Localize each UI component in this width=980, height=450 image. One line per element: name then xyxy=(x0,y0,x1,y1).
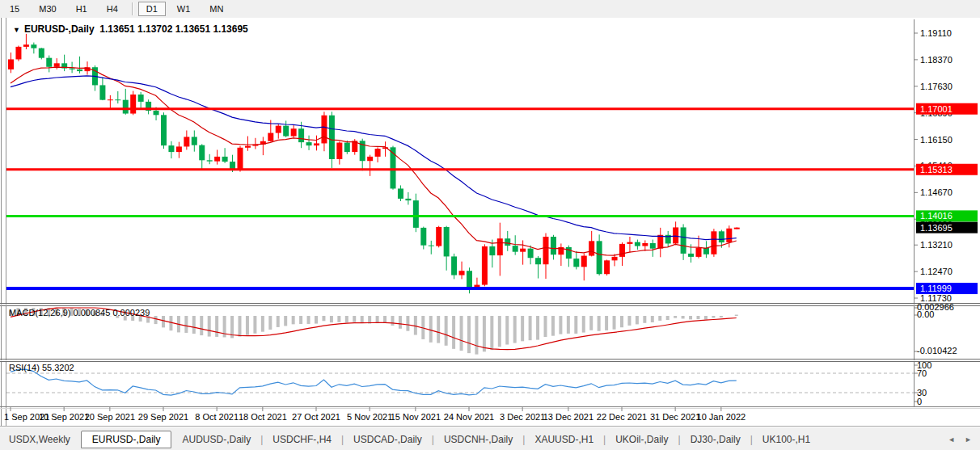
candle-body xyxy=(711,231,716,254)
price-badge-label: 1.17001 xyxy=(920,104,953,114)
candle-body xyxy=(642,243,648,246)
tab-ukoil-daily[interactable]: UKOil-,Daily xyxy=(606,431,677,448)
tab-scroll-controls: ◄► xyxy=(948,435,980,444)
candle-body xyxy=(497,238,503,255)
candle-body xyxy=(268,133,273,141)
timeframe-button-h1[interactable]: H1 xyxy=(68,2,95,16)
candle-body xyxy=(245,146,251,148)
candle-body xyxy=(222,157,228,162)
candle-body xyxy=(420,228,426,246)
tab-eurusd-daily[interactable]: EURUSD-,Daily xyxy=(81,431,172,448)
tab-uk100-h1[interactable]: UK100-,H1 xyxy=(754,431,819,448)
tab-xauusd-h1[interactable]: XAUUSD-,H1 xyxy=(526,431,602,448)
candle-body xyxy=(314,143,319,145)
candle-body xyxy=(543,237,549,264)
date-tick-label: 22 Dec 2021 xyxy=(597,412,647,422)
separator-macd-rsi[interactable] xyxy=(0,360,980,362)
candle-body xyxy=(573,259,579,267)
date-tick-label: 15 Nov 2021 xyxy=(391,412,441,422)
macd-tick-label: 0.00 xyxy=(917,309,934,319)
date-tick-label: 13 Dec 2021 xyxy=(543,412,593,422)
candle-body xyxy=(405,199,411,200)
chart-window: 1.191101.183701.176301.168901.161501.154… xyxy=(0,18,980,427)
candle-body xyxy=(673,227,678,243)
price-tick-label: 1.19110 xyxy=(920,28,952,38)
candle-body xyxy=(719,231,724,242)
date-tick-label: 31 Dec 2021 xyxy=(650,412,700,422)
separator-main-macd[interactable] xyxy=(0,304,980,306)
candle-body xyxy=(489,246,495,255)
candle-body xyxy=(329,116,335,159)
candle-body xyxy=(375,149,381,157)
candle-body xyxy=(513,246,518,252)
date-tick-label: 10 Sep 2021 xyxy=(39,412,89,422)
tab-usdx-weekly[interactable]: USDX,Weekly xyxy=(0,431,79,448)
candle-body xyxy=(367,157,373,161)
price-badge-label: 1.15313 xyxy=(920,165,953,175)
price-badge-label: 1.13695 xyxy=(920,223,953,233)
candle-body xyxy=(46,58,52,67)
timeframe-button-m30[interactable]: M30 xyxy=(31,2,64,16)
toolbar-separator xyxy=(132,2,133,15)
candle-body xyxy=(535,258,541,264)
candle-body xyxy=(291,128,297,136)
timeframe-button-d1[interactable]: D1 xyxy=(138,2,166,16)
tab-scroll-right-icon[interactable]: ► xyxy=(965,435,972,444)
candle-body xyxy=(70,69,75,69)
candle-body xyxy=(199,145,205,161)
chart-dropdown-arrow-icon[interactable]: ▼ xyxy=(13,26,20,34)
price-chart-canvas[interactable]: 1.191101.183701.176301.168901.161501.154… xyxy=(0,18,980,427)
date-tick-label: 3 Dec 2021 xyxy=(500,412,545,422)
rsi-tick-label: 70 xyxy=(917,368,927,378)
candle-body xyxy=(635,242,640,246)
macd-tick-label: -0.010422 xyxy=(917,346,957,355)
chart-symbol-label: EURUSD-,Daily xyxy=(24,23,95,35)
candle-body xyxy=(15,47,21,60)
tab-usdcnh-daily[interactable]: USDCNH-,Daily xyxy=(435,431,522,448)
candle-body xyxy=(467,271,472,288)
tab-dj30-daily[interactable]: DJ30-,Daily xyxy=(682,431,750,448)
date-tick-label: 29 Sep 2021 xyxy=(138,412,188,422)
candle-body xyxy=(528,249,534,259)
candle-body xyxy=(321,116,327,144)
candle-body xyxy=(23,44,29,47)
timeframe-button-15[interactable]: 15 xyxy=(2,2,27,16)
date-tick-label: 8 Oct 2021 xyxy=(195,412,239,422)
candle-body xyxy=(657,235,663,249)
candle-body xyxy=(581,256,587,267)
candle-body xyxy=(336,143,342,159)
timeframe-button-mn[interactable]: MN xyxy=(201,2,231,16)
candle-body xyxy=(451,256,457,275)
date-tick-label: 18 Oct 2021 xyxy=(239,412,287,422)
tab-usdcad-daily[interactable]: USDCAD-,Daily xyxy=(344,431,431,448)
candle-body xyxy=(688,254,694,257)
candle-body xyxy=(184,137,189,146)
mt4-terminal: { "toolbar": { "periods": [ {"label":"15… xyxy=(0,0,980,450)
candle-body xyxy=(436,227,441,246)
price-tick-label: 1.16150 xyxy=(920,135,953,145)
timeframe-button-h4[interactable]: H4 xyxy=(99,2,126,16)
candle-body xyxy=(398,188,403,198)
candle-body xyxy=(505,238,510,246)
rsi-tick-label: 0 xyxy=(917,397,922,406)
candle-body xyxy=(8,59,14,69)
timeframe-button-w1[interactable]: W1 xyxy=(169,2,199,16)
candle-body xyxy=(39,48,44,58)
candle-body xyxy=(429,246,434,246)
price-tick-label: 1.14670 xyxy=(920,187,953,197)
candle-body xyxy=(238,148,243,170)
candle-body xyxy=(214,157,220,162)
date-tick-label: 24 Nov 2021 xyxy=(444,412,494,422)
tab-usdchf-h4[interactable]: USDCHF-,H4 xyxy=(264,431,340,448)
candle-body xyxy=(703,248,709,254)
tab-audusd-daily[interactable]: AUDUSD-,Daily xyxy=(173,431,260,448)
candle-body xyxy=(650,243,656,249)
candle-body xyxy=(344,143,350,153)
price-badge-label: 1.14016 xyxy=(920,211,953,221)
candle-body xyxy=(161,115,167,145)
candle-body xyxy=(99,85,105,99)
candle-body xyxy=(108,99,113,100)
tab-scroll-left-icon[interactable]: ◄ xyxy=(948,435,955,444)
candle-body xyxy=(604,260,610,274)
candle-body xyxy=(413,200,419,228)
